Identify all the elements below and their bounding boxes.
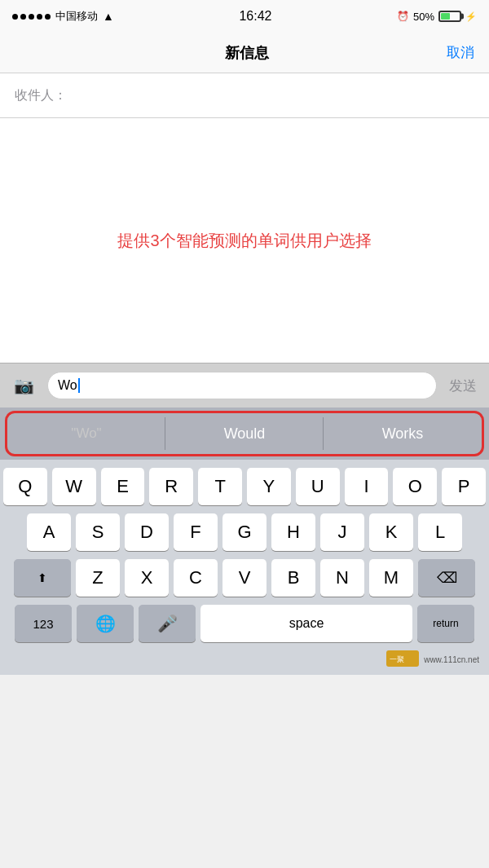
key-T[interactable]: T <box>198 468 242 505</box>
delete-key[interactable]: ⌫ <box>418 559 475 597</box>
key-N[interactable]: N <box>320 559 364 597</box>
status-bar: 中国移动 ▲ 16:42 ⏰ 50% ⚡ <box>0 0 489 33</box>
logo-icon: 一聚 <box>386 650 419 667</box>
key-G[interactable]: G <box>222 513 267 551</box>
key-C[interactable]: C <box>174 559 218 597</box>
key-Q[interactable]: Q <box>3 468 47 505</box>
alarm-icon: ⏰ <box>397 11 409 22</box>
key-A[interactable]: A <box>27 513 71 551</box>
key-V[interactable]: V <box>222 559 267 597</box>
cursor <box>78 378 80 393</box>
watermark-row: 一聚 www.111cn.net <box>3 649 486 672</box>
key-I[interactable]: I <box>345 468 389 505</box>
predictive-bar-wrapper: "Wo" Would Works <box>0 408 489 460</box>
key-E[interactable]: E <box>101 468 145 505</box>
key-Y[interactable]: Y <box>247 468 291 505</box>
status-time: 16:42 <box>239 9 271 24</box>
prediction-item-2[interactable]: Works <box>324 413 482 454</box>
key-M[interactable]: M <box>369 559 413 597</box>
key-P[interactable]: P <box>442 468 486 505</box>
globe-key[interactable]: 🌐 <box>77 605 134 642</box>
svg-text:一聚: 一聚 <box>390 655 404 663</box>
recipient-label: 收件人： <box>15 87 67 104</box>
return-key[interactable]: return <box>417 605 474 642</box>
battery-percent: 50% <box>413 11 434 23</box>
camera-icon: 📷 <box>14 376 34 395</box>
nav-bar: 新信息 取消 <box>0 33 489 73</box>
key-W[interactable]: W <box>52 468 96 505</box>
key-O[interactable]: O <box>393 468 437 505</box>
keyboard: Q W E R T Y U I O P A S D F G H J K L ⬆ … <box>0 460 489 675</box>
key-S[interactable]: S <box>76 513 120 551</box>
camera-button[interactable]: 📷 <box>8 370 39 401</box>
keyboard-row-1: Q W E R T Y U I O P <box>3 468 486 505</box>
wifi-icon: ▲ <box>103 10 114 23</box>
mic-key[interactable]: 🎤 <box>139 605 196 642</box>
key-U[interactable]: U <box>296 468 340 505</box>
prediction-item-0[interactable]: "Wo" <box>7 413 165 454</box>
key-B[interactable]: B <box>271 559 315 597</box>
status-left: 中国移动 ▲ <box>12 9 114 24</box>
input-row: 📷 Wo 发送 <box>0 363 489 408</box>
watermark-url: www.111cn.net <box>424 655 479 664</box>
keyboard-row-2: A S D F G H J K L <box>3 513 486 551</box>
key-H[interactable]: H <box>271 513 315 551</box>
battery-fill <box>441 13 450 20</box>
key-K[interactable]: K <box>369 513 413 551</box>
shift-key[interactable]: ⬆ <box>14 559 71 597</box>
key-Z[interactable]: Z <box>76 559 120 597</box>
signal-icon <box>12 14 51 20</box>
cancel-button[interactable]: 取消 <box>447 43 474 62</box>
message-area: 提供3个智能预测的单词供用户选择 <box>0 118 489 363</box>
nav-title: 新信息 <box>47 43 447 63</box>
keyboard-row-4: 123 🌐 🎤 space return <box>3 605 486 642</box>
send-button[interactable]: 发送 <box>445 372 481 399</box>
prediction-label-1: Would <box>224 425 266 443</box>
battery-bar <box>438 11 461 22</box>
number-key[interactable]: 123 <box>15 605 72 642</box>
carrier-label: 中国移动 <box>55 9 98 24</box>
prediction-item-1[interactable]: Would <box>165 413 324 454</box>
predictive-bar: "Wo" Would Works <box>5 411 484 456</box>
annotation-text: 提供3个智能预测的单词供用户选择 <box>93 230 395 252</box>
key-D[interactable]: D <box>125 513 169 551</box>
key-J[interactable]: J <box>320 513 364 551</box>
message-input[interactable]: Wo <box>47 372 437 399</box>
recipient-row: 收件人： <box>0 73 489 118</box>
watermark-logo: 一聚 <box>386 650 419 668</box>
prediction-label-2: Works <box>382 425 424 443</box>
input-text: Wo <box>58 378 77 393</box>
key-F[interactable]: F <box>174 513 218 551</box>
key-R[interactable]: R <box>149 468 193 505</box>
status-right: ⏰ 50% ⚡ <box>397 11 477 23</box>
key-L[interactable]: L <box>418 513 462 551</box>
prediction-label-0: "Wo" <box>71 425 101 442</box>
keyboard-row-3: ⬆ Z X C V B N M ⌫ <box>3 559 486 597</box>
key-X[interactable]: X <box>125 559 169 597</box>
battery-icon <box>438 11 461 22</box>
space-key[interactable]: space <box>200 605 412 642</box>
charging-icon: ⚡ <box>465 11 477 22</box>
